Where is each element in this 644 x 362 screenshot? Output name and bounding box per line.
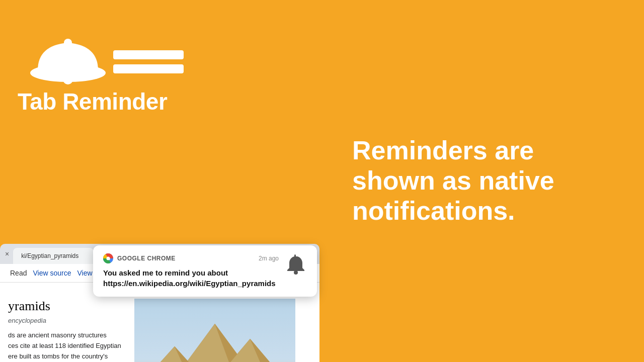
wiki-subtitle: encyclopedia (8, 317, 121, 324)
notification-popup: GOOGLE CHROME 2m ago You asked me to rem… (93, 245, 317, 297)
svg-point-1 (64, 39, 72, 47)
chrome-icon (103, 253, 113, 263)
svg-point-9 (294, 270, 298, 275)
wiki-title: yramids (8, 299, 121, 314)
tagline-line1: Reminders are (352, 136, 554, 166)
wiki-pyramids-image (134, 299, 295, 362)
notification-source: GOOGLE CHROME (103, 253, 176, 263)
notification-bell-icon (285, 253, 307, 276)
svg-point-2 (65, 47, 70, 52)
notification-time: 2m ago (259, 255, 279, 262)
svg-rect-4 (113, 50, 184, 59)
wiki-body: ds are ancient masonry structuresces cit… (8, 330, 121, 362)
notification-app-label: GOOGLE CHROME (117, 255, 176, 262)
tagline: Reminders are shown as native notificati… (352, 136, 554, 226)
wiki-text: yramids encyclopedia ds are ancient maso… (0, 299, 129, 362)
tab-url: ki/Egyptian_pyramids (21, 252, 78, 259)
svg-point-8 (107, 257, 110, 260)
wiki-view-source-tab[interactable]: View source (33, 267, 71, 279)
wiki-read-tab[interactable]: Read (10, 267, 27, 279)
tagline-line3: notifications. (352, 196, 554, 226)
left-section: Tab Reminder × ki/Egyptian_pyramids + (0, 0, 322, 362)
notification-content: GOOGLE CHROME 2m ago You asked me to rem… (103, 253, 279, 289)
wiki-content: yramids encyclopedia ds are ancient maso… (0, 294, 319, 362)
logo-area: Tab Reminder (18, 20, 179, 115)
logo-icon (18, 20, 179, 85)
logo-text: Tab Reminder (18, 88, 167, 115)
notification-header: GOOGLE CHROME 2m ago (103, 253, 279, 263)
svg-rect-5 (113, 64, 184, 73)
tagline-line2: shown as native (352, 166, 554, 196)
tab-close-button[interactable]: × (5, 250, 9, 258)
browser-mockup: × ki/Egyptian_pyramids + (0, 121, 322, 362)
notification-message: You asked me to remind you about https:/… (103, 267, 279, 289)
right-section: Reminders are shown as native notificati… (322, 0, 644, 362)
svg-point-3 (63, 74, 73, 84)
browser-tab[interactable]: ki/Egyptian_pyramids (13, 248, 94, 264)
